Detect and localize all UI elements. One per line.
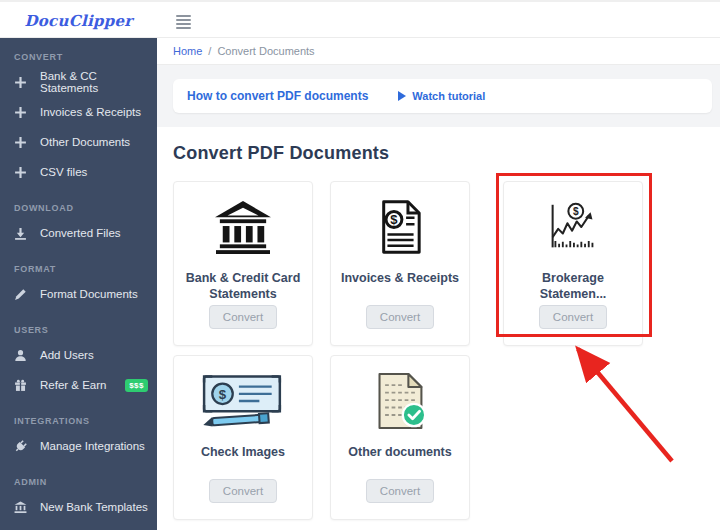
section-label: FORMAT	[0, 264, 157, 274]
card-check-images: $ Check Images Convert	[173, 355, 313, 520]
svg-text:$: $	[573, 206, 579, 217]
sidebar-item-label: CSV files	[40, 166, 87, 178]
convert-card-grid: Bank & Credit Card Statements Convert $ …	[173, 181, 720, 520]
sidebar-item-manage-integrations[interactable]: Manage Integrations	[0, 431, 157, 461]
sidebar-item-label: Bank & CC Statements	[40, 70, 157, 94]
breadcrumb-current: Convert Documents	[217, 45, 314, 57]
breadcrumb-home-link[interactable]: Home	[173, 45, 202, 57]
sidebar-item-label: Invoices & Receipts	[40, 106, 141, 118]
convert-button-invoices[interactable]: Convert	[366, 305, 434, 329]
card-invoices-receipts: $ Invoices & Receipts Convert	[330, 181, 470, 346]
check-image-icon: $	[200, 368, 286, 434]
brokerage-chart-icon: $	[545, 194, 601, 260]
section-label: CONVERT	[0, 52, 157, 62]
invoice-icon: $	[378, 194, 423, 260]
sidebar-section-format: FORMAT Format Documents	[0, 264, 157, 309]
svg-text:$: $	[390, 212, 398, 227]
bank-small-icon	[14, 501, 27, 514]
card-title: Bank & Credit Card Statements	[175, 270, 311, 303]
sidebar-item-label: Format Documents	[40, 288, 138, 300]
svg-text:$: $	[219, 387, 227, 402]
play-icon	[398, 91, 406, 101]
sidebar-section-users: USERS Add Users Refer & Earn $$$	[0, 325, 157, 400]
hamburger-menu-icon[interactable]	[176, 15, 191, 27]
tutorial-banner-strip: How to convert PDF documents Watch tutor…	[157, 65, 720, 127]
section-label: USERS	[0, 325, 157, 335]
breadcrumb-separator: /	[208, 45, 211, 57]
section-label: DOWNLOAD	[0, 203, 157, 213]
sidebar-item-label: Converted Files	[40, 227, 121, 239]
other-document-icon	[373, 368, 427, 434]
tutorial-banner: How to convert PDF documents Watch tutor…	[173, 79, 712, 113]
user-icon	[14, 349, 27, 362]
sidebar-section-convert: CONVERT Bank & CC Statements Invoices & …	[0, 52, 157, 187]
card-title: Invoices & Receipts	[335, 270, 465, 286]
sidebar-item-converted-files[interactable]: Converted Files	[0, 218, 157, 248]
convert-button-brokerage[interactable]: Convert	[539, 305, 607, 329]
card-other-documents: Other documents Convert	[330, 355, 470, 520]
plug-icon	[14, 440, 27, 453]
card-title: Other documents	[342, 444, 458, 460]
pencil-icon	[14, 288, 27, 301]
plus-icon	[14, 166, 27, 179]
plus-icon	[14, 106, 27, 119]
section-label: INTEGRATIONS	[0, 416, 157, 426]
sidebar-item-csv-files[interactable]: CSV files	[0, 157, 157, 187]
sidebar-item-label: Add Users	[40, 349, 94, 361]
banner-title: How to convert PDF documents	[187, 89, 368, 103]
breadcrumb: Home / Convert Documents	[157, 38, 720, 65]
sidebar: CONVERT Bank & CC Statements Invoices & …	[0, 38, 157, 530]
plus-icon	[14, 76, 27, 89]
section-label: ADMIN	[0, 477, 157, 487]
watch-tutorial-label: Watch tutorial	[412, 90, 485, 102]
main-content: Home / Convert Documents How to convert …	[157, 38, 720, 530]
sidebar-item-refer-earn[interactable]: Refer & Earn $$$	[0, 370, 157, 400]
sidebar-item-label: Other Documents	[40, 136, 130, 148]
convert-button-check-images[interactable]: Convert	[209, 479, 277, 503]
convert-button-other-documents[interactable]: Convert	[366, 479, 434, 503]
card-brokerage-statements: $ Brokerage Statemen... Convert	[503, 181, 643, 346]
app-logo[interactable]: DocuClipper	[0, 2, 157, 40]
sidebar-item-format-documents[interactable]: Format Documents	[0, 279, 157, 309]
sidebar-item-invoices-receipts[interactable]: Invoices & Receipts	[0, 97, 157, 127]
bank-icon	[214, 194, 272, 260]
convert-button-bank[interactable]: Convert	[209, 305, 277, 329]
sidebar-item-new-bank-templates[interactable]: New Bank Templates	[0, 492, 157, 522]
watch-tutorial-link[interactable]: Watch tutorial	[398, 90, 485, 102]
sidebar-item-label: New Bank Templates	[40, 501, 148, 513]
card-bank-credit-card-statements: Bank & Credit Card Statements Convert	[173, 181, 313, 346]
sidebar-section-integrations: INTEGRATIONS Manage Integrations	[0, 416, 157, 461]
sidebar-item-label: Manage Integrations	[40, 440, 145, 452]
refer-earn-badge: $$$	[125, 379, 148, 392]
sidebar-item-bank-cc-statements[interactable]: Bank & CC Statements	[0, 67, 157, 97]
download-icon	[14, 227, 27, 240]
plus-icon	[14, 136, 27, 149]
sidebar-section-download: DOWNLOAD Converted Files	[0, 203, 157, 248]
sidebar-item-label: Refer & Earn	[40, 379, 106, 391]
sidebar-section-admin: ADMIN New Bank Templates	[0, 477, 157, 522]
gift-icon	[14, 379, 27, 392]
page-title: Convert PDF Documents	[173, 143, 720, 164]
sidebar-item-other-documents[interactable]: Other Documents	[0, 127, 157, 157]
card-title: Brokerage Statemen...	[505, 270, 641, 303]
top-header: DocuClipper	[0, 0, 720, 38]
sidebar-item-add-users[interactable]: Add Users	[0, 340, 157, 370]
card-title: Check Images	[195, 444, 291, 460]
